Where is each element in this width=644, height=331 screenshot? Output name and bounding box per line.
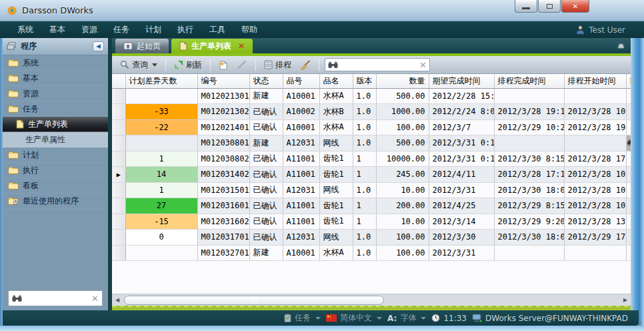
sidebar-item-3[interactable]: 任务 (3, 101, 108, 117)
cell-version[interactable]: 1 (353, 198, 376, 214)
cell-item-no[interactable]: A10001 (283, 119, 319, 135)
cell-status[interactable]: 已确认 (249, 119, 283, 135)
table-row-6[interactable]: 1M012031501已确认A12031网线1.010.002012/3/312… (112, 182, 631, 198)
cell-code[interactable]: M012030802 (197, 151, 249, 167)
column-header-7[interactable]: 期望完成时间 (429, 74, 494, 88)
scrollbar-thumb[interactable] (124, 296, 384, 305)
cell-diff-days[interactable]: -15 (125, 214, 197, 230)
cell-due-time[interactable]: 2012/2/28 15:00 (429, 88, 494, 104)
cell-item-name[interactable]: 水杯A (319, 119, 353, 135)
cell-sched-start-time[interactable]: 2012/3/28 10:52 (564, 167, 626, 183)
cell-item-name[interactable]: 水杯B (319, 104, 353, 120)
row-selector[interactable] (112, 119, 125, 135)
cell-overflow[interactable] (626, 167, 631, 183)
cell-item-name[interactable]: 齿轮1 (319, 151, 353, 167)
cell-sched-start-time[interactable] (564, 88, 626, 104)
schedule-button[interactable]: 排程 (261, 58, 294, 72)
cell-overflow[interactable] (626, 198, 631, 214)
row-selector[interactable] (112, 104, 125, 120)
close-button[interactable]: ✕ (561, 0, 589, 13)
cell-due-time[interactable]: 2012/4/11 (429, 167, 494, 183)
cell-version[interactable]: 1.0 (353, 104, 376, 120)
cell-sched-end-time[interactable]: 2012/3/29 8:15 (494, 198, 564, 214)
cell-diff-days[interactable]: -33 (125, 104, 197, 120)
table-row-2[interactable]: -22M012021401已确认A10001水杯A1.0100.002012/3… (112, 119, 631, 135)
cell-quantity[interactable]: 245.00 (376, 167, 429, 183)
sidebar-item-0[interactable]: 系统 (3, 55, 108, 71)
cell-due-time[interactable]: 2012/3/31 0:17 (429, 151, 494, 167)
cell-diff-days[interactable]: 0 (125, 230, 197, 246)
column-header-5[interactable]: 版本 (353, 74, 376, 88)
column-header-4[interactable]: 品名 (319, 74, 353, 88)
cell-sched-start-time[interactable] (564, 245, 626, 261)
cell-sched-end-time[interactable] (494, 135, 564, 151)
cell-quantity[interactable]: 500.00 (376, 88, 429, 104)
current-user[interactable]: Test User (576, 25, 625, 35)
cell-quantity[interactable]: 500.00 (376, 135, 429, 151)
table-row-8[interactable]: -15M012031602已确认A11001齿轮1110.002012/3/14… (112, 214, 631, 230)
refresh-button[interactable]: 刷新 (171, 58, 205, 72)
grid-filter-box[interactable]: ✕ (325, 58, 430, 71)
column-header-9[interactable]: 排程开始时间 (564, 74, 626, 88)
cell-quantity[interactable]: 200.00 (376, 198, 429, 214)
edit-record-button[interactable] (234, 59, 250, 71)
row-selector[interactable]: ▶ (112, 167, 125, 183)
sidebar-search-box[interactable]: ✕ (8, 290, 103, 306)
cell-quantity[interactable]: 10.00 (376, 214, 429, 230)
cell-item-name[interactable]: 齿轮1 (319, 198, 353, 214)
cell-due-time[interactable]: 2012/3/30 (429, 230, 494, 246)
cell-due-time[interactable]: 2012/3/31 (429, 182, 494, 198)
cell-version[interactable]: 1.0 (353, 245, 376, 261)
cell-sched-start-time[interactable]: 2012/3/29 17:46 (564, 230, 626, 246)
table-row-9[interactable]: 0M012031701已确认A12031网线1.0100.002012/3/30… (112, 230, 631, 246)
cell-status[interactable]: 新建 (249, 135, 283, 151)
cell-overflow[interactable] (626, 214, 631, 230)
cell-diff-days[interactable]: 27 (125, 198, 197, 214)
cell-version[interactable]: 1 (353, 214, 376, 230)
cell-overflow[interactable] (626, 182, 631, 198)
cell-overflow[interactable] (626, 151, 631, 167)
cell-item-no[interactable]: A10002 (283, 104, 319, 120)
cell-sched-end-time[interactable]: 2012/3/29 10:20 (494, 119, 564, 135)
cell-sched-start-time[interactable]: 2012/3/28 10:52 (564, 198, 626, 214)
cell-item-no[interactable]: A12031 (283, 230, 319, 246)
scroll-right-icon[interactable]: ▶ (620, 295, 631, 306)
menu-item-2[interactable]: 资源 (73, 21, 105, 38)
row-selector[interactable] (112, 182, 125, 198)
sidebar-item-7[interactable]: 执行 (3, 163, 108, 178)
cell-sched-end-time[interactable]: 2012/3/28 19:10 (494, 104, 564, 120)
cell-item-name[interactable]: 网线 (319, 135, 353, 151)
menu-item-5[interactable]: 执行 (169, 21, 201, 38)
table-row-1[interactable]: -33M012021302已确认A10002水杯B1.01000.002012/… (112, 104, 631, 120)
cell-code[interactable]: M012031402 (197, 167, 249, 183)
cell-item-no[interactable]: A11001 (283, 198, 319, 214)
grid-filter-clear-icon[interactable]: ✕ (419, 60, 427, 70)
cell-code[interactable]: M012031601 (197, 198, 249, 214)
cell-sched-end-time[interactable] (494, 245, 564, 261)
title-bar[interactable]: Darsson DWorks ✕ (0, 0, 644, 21)
cell-diff-days[interactable] (125, 135, 197, 151)
cell-item-name[interactable]: 网线 (319, 230, 353, 246)
new-record-button[interactable] (216, 59, 231, 71)
column-header-0[interactable]: 计划差异天数 (125, 74, 197, 88)
cell-status[interactable]: 已确认 (249, 230, 283, 246)
column-header-2[interactable]: 状态 (249, 74, 283, 88)
minimize-button[interactable] (515, 0, 537, 13)
cell-overflow[interactable] (626, 119, 631, 135)
cell-item-no[interactable]: A10001 (283, 88, 319, 104)
cell-item-no[interactable]: A11001 (283, 214, 319, 230)
cell-quantity[interactable]: 100.00 (376, 230, 429, 246)
cell-code[interactable]: M012030801 (197, 135, 249, 151)
table-row-7[interactable]: 27M012031601已确认A11001齿轮11200.002012/4/25… (112, 198, 631, 214)
cell-overflow[interactable]: # (626, 135, 631, 151)
cell-status[interactable]: 已确认 (249, 151, 283, 167)
sidebar-item-1[interactable]: 基本 (3, 71, 108, 86)
cell-sched-end-time[interactable]: 2012/3/30 18:00 (494, 230, 564, 246)
cell-version[interactable]: 1.0 (353, 135, 376, 151)
cell-sched-start-time[interactable]: 2012/3/28 13:40 (564, 214, 626, 230)
cell-sched-end-time[interactable]: 2012/3/29 9:20 (494, 214, 564, 230)
column-header-6[interactable]: 数量 (376, 74, 429, 88)
menu-item-7[interactable]: 帮助 (233, 21, 265, 38)
table-row-10[interactable]: M012032701新建A10001水杯A1.0100.002012/3/31 (112, 245, 631, 261)
row-selector[interactable] (112, 88, 125, 104)
